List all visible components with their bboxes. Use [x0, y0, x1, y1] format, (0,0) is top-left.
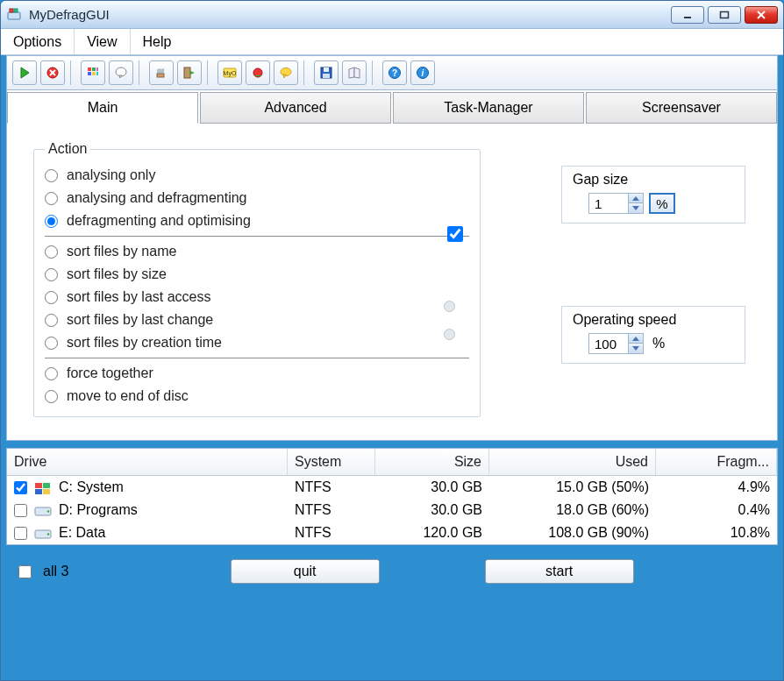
menu-options[interactable]: Options [1, 29, 75, 54]
gap-size-spinner[interactable] [588, 193, 644, 214]
close-button[interactable] [745, 6, 778, 24]
drive-checkbox[interactable] [14, 504, 27, 517]
client-area: MyO ? i Main Advanced Task-Manager Scree… [1, 55, 783, 680]
book-icon[interactable] [342, 60, 367, 85]
col-system[interactable]: System [288, 449, 375, 475]
drive-used: 15.0 GB (50%) [489, 476, 656, 499]
sort-extra-radio-1[interactable] [444, 301, 455, 312]
svg-rect-19 [157, 74, 164, 77]
drive-used: 18.0 GB (60%) [489, 499, 656, 521]
gap-size-box: Gap size % [561, 166, 745, 223]
svg-rect-4 [721, 11, 729, 18]
label-analyse-only: analysing only [67, 167, 155, 183]
label-analyse-defrag: analysing and defragmenting [67, 190, 246, 206]
drive-fs: NTFS [288, 521, 375, 544]
maximize-button[interactable] [708, 6, 741, 24]
tab-advanced[interactable]: Advanced [200, 92, 391, 124]
svg-rect-0 [8, 12, 20, 19]
table-row[interactable]: E: DataNTFS120.0 GB108.0 GB (90%)10.8% [7, 521, 777, 544]
svg-marker-7 [21, 67, 29, 78]
myo-icon[interactable]: MyO [217, 60, 242, 85]
gap-up-icon[interactable] [629, 194, 643, 203]
svg-marker-30 [283, 74, 286, 78]
all-checkbox[interactable] [18, 565, 32, 578]
col-size[interactable]: Size [375, 449, 489, 475]
speed-box: Operating speed % [561, 306, 745, 364]
label-defrag-optim: defragmenting and optimising [67, 213, 251, 229]
tab-screensaver[interactable]: Screensaver [586, 92, 777, 124]
table-row[interactable]: C: SystemNTFS30.0 GB15.0 GB (50%)4.9% [7, 476, 777, 499]
speed-input[interactable] [589, 334, 628, 353]
tab-task-manager[interactable]: Task-Manager [393, 92, 584, 124]
radio-sort-change[interactable] [45, 314, 58, 327]
menu-bar: Options View Help [1, 29, 783, 55]
action-legend: Action [45, 141, 90, 157]
label-sort-size: sort files by size [67, 266, 167, 282]
stop-icon[interactable] [40, 60, 65, 85]
radio-analyse-only[interactable] [45, 169, 58, 182]
svg-point-51 [47, 533, 49, 535]
radio-move-end[interactable] [45, 390, 58, 403]
defrag-optim-checkbox[interactable] [447, 226, 463, 242]
speed-down-icon[interactable] [629, 344, 643, 353]
col-used[interactable]: Used [489, 449, 656, 475]
gap-unit-button[interactable]: % [649, 193, 675, 214]
grid-icon[interactable] [81, 60, 105, 85]
svg-rect-13 [88, 72, 91, 75]
radio-analyse-defrag[interactable] [45, 192, 58, 205]
balloon-icon[interactable] [109, 60, 133, 85]
radio-sort-access[interactable] [45, 291, 58, 304]
app-window: MyDefragGUI Options View Help MyO [0, 0, 784, 681]
menu-help[interactable]: Help [131, 29, 184, 54]
help-icon[interactable]: ? [382, 60, 407, 85]
all-label: all 3 [43, 564, 68, 579]
svg-marker-42 [632, 337, 639, 341]
gap-down-icon[interactable] [629, 203, 643, 213]
sort-extra-radio-2[interactable] [444, 329, 455, 340]
col-fragm[interactable]: Fragm... [656, 449, 777, 475]
radio-sort-name[interactable] [45, 245, 58, 259]
chat-icon[interactable] [274, 60, 298, 85]
start-button[interactable]: start [485, 559, 634, 584]
tab-main[interactable]: Main [7, 92, 198, 124]
col-drive[interactable]: Drive [7, 449, 288, 475]
title-bar: MyDefragGUI [1, 1, 783, 29]
drive-checkbox[interactable] [14, 481, 27, 494]
toolbar: MyO ? i [6, 55, 778, 90]
drive-name-text: E: Data [59, 525, 105, 541]
svg-rect-2 [14, 9, 18, 12]
speed-spinner[interactable] [588, 333, 644, 354]
menu-view[interactable]: View [75, 29, 130, 54]
drive-fragm: 0.4% [656, 499, 777, 521]
svg-rect-45 [43, 483, 50, 488]
hdd-icon [34, 527, 52, 539]
quit-button[interactable]: quit [231, 559, 380, 584]
drive-checkbox[interactable] [14, 527, 27, 540]
radio-defrag-optim[interactable] [45, 215, 58, 228]
minimize-button[interactable] [671, 6, 704, 24]
svg-text:i: i [422, 68, 424, 78]
radio-sort-size[interactable] [45, 268, 58, 281]
main-panel: Action analysing only analysing and defr… [6, 124, 778, 441]
svg-point-49 [47, 510, 49, 512]
info-icon[interactable]: i [410, 60, 435, 85]
play-icon[interactable] [12, 60, 37, 85]
save-icon[interactable] [314, 60, 339, 85]
radio-sort-creation[interactable] [45, 337, 58, 350]
svg-rect-1 [10, 9, 13, 12]
hdd-icon [34, 504, 52, 516]
brush-icon[interactable] [149, 60, 174, 85]
speed-unit: % [652, 336, 665, 351]
svg-rect-11 [88, 67, 91, 71]
drive-name-text: C: System [59, 479, 124, 495]
radio-force[interactable] [45, 367, 58, 380]
tab-bar: Main Advanced Task-Manager Screensaver [6, 90, 778, 124]
exit-icon[interactable] [177, 60, 202, 85]
gap-size-input[interactable] [589, 194, 628, 213]
svg-rect-46 [35, 489, 42, 494]
windows-icon [34, 481, 52, 493]
speed-up-icon[interactable] [629, 334, 643, 344]
table-row[interactable]: D: ProgramsNTFS30.0 GB18.0 GB (60%)0.4% [7, 499, 777, 521]
redball-icon[interactable] [246, 60, 270, 85]
action-group: Action analysing only analysing and defr… [33, 141, 481, 417]
